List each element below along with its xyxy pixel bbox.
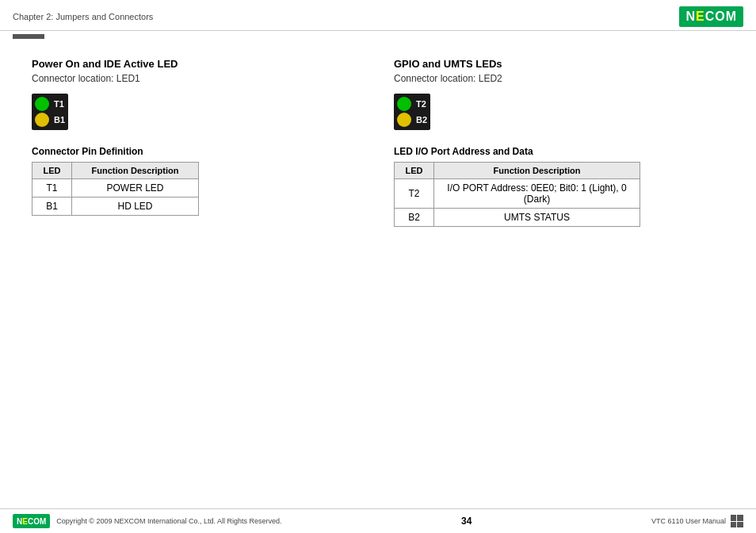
right-table-header-row: LED Function Description [395,163,640,179]
left-row2-function: HD LED [72,197,199,216]
left-table-header-row: LED Function Description [32,163,199,179]
led2-b2-yellow-circle [397,113,411,127]
right-section: GPIO and UMTS LEDs Connector location: L… [394,58,724,227]
left-col-led-header: LED [32,163,72,179]
led1-b1-row: B1 [35,113,65,127]
right-row2-function: UMTS STATUS [434,209,640,227]
left-row2-led: B1 [32,197,72,216]
footer-logo-text: NECOM [17,517,46,526]
left-row1-function: POWER LED [72,179,199,197]
page-number: 34 [461,516,472,527]
right-col-function-header: Function Description [434,163,640,179]
left-row1-led: T1 [32,179,72,197]
led1-b1-label: B1 [54,115,65,125]
logo-text: NECOM [685,10,737,23]
led1-t1-green-circle [35,97,49,111]
led1-t1-label: T1 [54,99,64,109]
footer-icon-cell-3 [731,522,737,528]
main-content: Power On and IDE Active LED Connector lo… [0,42,756,243]
chapter-title: Chapter 2: Jumpers and Connectors [13,12,153,21]
table-row: B1 HD LED [32,197,199,216]
right-col-led-header: LED [395,163,434,179]
page-header: Chapter 2: Jumpers and Connectors NECOM [0,0,756,31]
left-section: Power On and IDE Active LED Connector lo… [32,58,362,227]
footer-left: NECOM Copyright © 2009 NEXCOM Internatio… [13,514,282,528]
led1-diagram: T1 B1 [32,94,68,130]
right-row1-led: T2 [395,179,434,209]
left-connector-location: Connector location: LED1 [32,73,362,84]
led2-diagram: T2 B2 [394,94,430,130]
led2-t2-label: T2 [416,99,426,109]
footer-right: VTC 6110 User Manual [651,515,743,527]
footer-icon-cell-4 [737,522,743,528]
table-row: T2 I/O PORT Address: 0EE0; Bit0: 1 (Ligh… [395,179,640,209]
left-col-function-header: Function Description [72,163,199,179]
left-section-title: Power On and IDE Active LED [32,58,362,70]
right-row1-function: I/O PORT Address: 0EE0; Bit0: 1 (Light),… [434,179,640,209]
led1-t1-row: T1 [35,97,65,111]
led2-b2-row: B2 [397,113,427,127]
led2-b2-label: B2 [416,115,427,125]
led1-b1-yellow-circle [35,113,49,127]
right-section-title: GPIO and UMTS LEDs [394,58,724,70]
led2-t2-green-circle [397,97,411,111]
accent-bar [13,34,44,39]
right-row2-led: B2 [395,209,434,227]
right-table-title: LED I/O Port Address and Data [394,146,724,157]
footer-icon-cell-1 [731,515,737,521]
footer-grid-icon [731,515,743,527]
led2-t2-row: T2 [397,97,427,111]
right-pin-table: LED Function Description T2 I/O PORT Add… [394,162,640,227]
page-footer: NECOM Copyright © 2009 NEXCOM Internatio… [0,508,756,533]
manual-name: VTC 6110 User Manual [651,517,726,525]
footer-nexcom-logo: NECOM [13,514,50,528]
table-row: T1 POWER LED [32,179,199,197]
table-row: B2 UMTS STATUS [395,209,640,227]
left-table-title: Connector Pin Definition [32,146,362,157]
footer-copyright: Copyright © 2009 NEXCOM International Co… [56,517,281,525]
nexcom-logo: NECOM [679,6,743,27]
right-connector-location: Connector location: LED2 [394,73,724,84]
footer-icon-cell-2 [737,515,743,521]
left-pin-table: LED Function Description T1 POWER LED B1… [32,162,199,216]
